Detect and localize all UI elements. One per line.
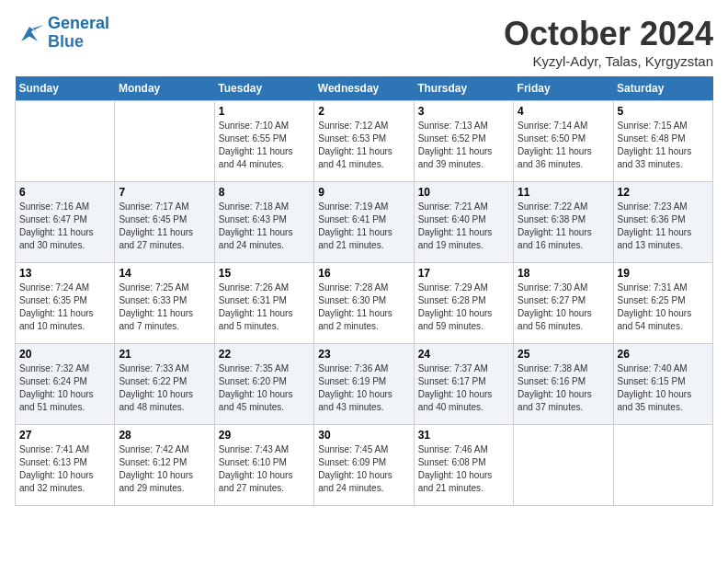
day-number: 22: [219, 348, 310, 361]
day-number: 19: [618, 267, 709, 280]
day-info: Sunrise: 7:10 AM Sunset: 6:55 PM Dayligh…: [219, 120, 310, 171]
day-info: Sunrise: 7:36 AM Sunset: 6:19 PM Dayligh…: [318, 362, 409, 414]
calendar-cell: 8Sunrise: 7:18 AM Sunset: 6:43 PM Daylig…: [214, 182, 313, 263]
logo-text: General Blue: [48, 15, 109, 52]
calendar-table: SundayMondayTuesdayWednesdayThursdayFrid…: [15, 76, 713, 506]
calendar-cell: 31Sunrise: 7:46 AM Sunset: 6:08 PM Dayli…: [414, 425, 513, 506]
day-number: 31: [418, 429, 509, 442]
weekday-header: Tuesday: [214, 76, 313, 101]
calendar-cell: 20Sunrise: 7:32 AM Sunset: 6:24 PM Dayli…: [16, 344, 115, 425]
calendar-cell: 30Sunrise: 7:45 AM Sunset: 6:09 PM Dayli…: [314, 425, 414, 506]
day-info: Sunrise: 7:21 AM Sunset: 6:40 PM Dayligh…: [418, 201, 509, 252]
weekday-header: Wednesday: [314, 76, 414, 101]
calendar-cell: 5Sunrise: 7:15 AM Sunset: 6:48 PM Daylig…: [613, 101, 712, 182]
day-info: Sunrise: 7:35 AM Sunset: 6:20 PM Dayligh…: [219, 362, 310, 414]
calendar-cell: 26Sunrise: 7:40 AM Sunset: 6:15 PM Dayli…: [613, 344, 712, 425]
day-number: 8: [219, 186, 310, 199]
calendar-cell: 25Sunrise: 7:38 AM Sunset: 6:16 PM Dayli…: [514, 344, 613, 425]
calendar-cell: 24Sunrise: 7:37 AM Sunset: 6:17 PM Dayli…: [414, 344, 513, 425]
day-info: Sunrise: 7:43 AM Sunset: 6:10 PM Dayligh…: [219, 443, 310, 495]
day-number: 29: [219, 429, 310, 442]
day-number: 25: [518, 348, 609, 361]
calendar-cell: 16Sunrise: 7:28 AM Sunset: 6:30 PM Dayli…: [314, 263, 414, 344]
day-info: Sunrise: 7:26 AM Sunset: 6:31 PM Dayligh…: [219, 282, 310, 333]
day-number: 26: [618, 348, 709, 361]
day-number: 16: [318, 267, 409, 280]
day-number: 2: [318, 105, 409, 118]
day-info: Sunrise: 7:42 AM Sunset: 6:12 PM Dayligh…: [119, 443, 210, 495]
title-block: October 2024 Kyzyl-Adyr, Talas, Kyrgyzst…: [504, 15, 713, 69]
day-info: Sunrise: 7:33 AM Sunset: 6:22 PM Dayligh…: [119, 362, 210, 414]
calendar-cell: 19Sunrise: 7:31 AM Sunset: 6:25 PM Dayli…: [613, 263, 712, 344]
day-info: Sunrise: 7:31 AM Sunset: 6:25 PM Dayligh…: [618, 282, 709, 333]
calendar-cell: 12Sunrise: 7:23 AM Sunset: 6:36 PM Dayli…: [613, 182, 712, 263]
day-info: Sunrise: 7:37 AM Sunset: 6:17 PM Dayligh…: [418, 362, 509, 414]
day-info: Sunrise: 7:19 AM Sunset: 6:41 PM Dayligh…: [318, 201, 409, 252]
calendar-cell: 14Sunrise: 7:25 AM Sunset: 6:33 PM Dayli…: [115, 263, 214, 344]
weekday-header: Friday: [514, 76, 613, 101]
page-header: General Blue October 2024 Kyzyl-Adyr, Ta…: [15, 15, 713, 69]
day-number: 17: [418, 267, 509, 280]
day-info: Sunrise: 7:25 AM Sunset: 6:33 PM Dayligh…: [119, 282, 210, 333]
day-info: Sunrise: 7:30 AM Sunset: 6:27 PM Dayligh…: [518, 282, 609, 333]
day-info: Sunrise: 7:14 AM Sunset: 6:50 PM Dayligh…: [518, 120, 609, 171]
calendar-cell: 6Sunrise: 7:16 AM Sunset: 6:47 PM Daylig…: [16, 182, 115, 263]
calendar-cell: 27Sunrise: 7:41 AM Sunset: 6:13 PM Dayli…: [16, 425, 115, 506]
calendar-cell: 15Sunrise: 7:26 AM Sunset: 6:31 PM Dayli…: [214, 263, 313, 344]
day-number: 15: [219, 267, 310, 280]
day-info: Sunrise: 7:40 AM Sunset: 6:15 PM Dayligh…: [618, 362, 709, 414]
day-number: 30: [318, 429, 409, 442]
calendar-cell: 1Sunrise: 7:10 AM Sunset: 6:55 PM Daylig…: [214, 101, 313, 182]
day-info: Sunrise: 7:38 AM Sunset: 6:16 PM Dayligh…: [518, 362, 609, 414]
location-subtitle: Kyzyl-Adyr, Talas, Kyrgyzstan: [504, 53, 713, 69]
day-number: 5: [618, 105, 709, 118]
day-number: 13: [19, 267, 110, 280]
calendar-cell: 28Sunrise: 7:42 AM Sunset: 6:12 PM Dayli…: [115, 425, 214, 506]
month-title: October 2024: [504, 15, 713, 53]
calendar-cell: 13Sunrise: 7:24 AM Sunset: 6:35 PM Dayli…: [16, 263, 115, 344]
weekday-header-row: SundayMondayTuesdayWednesdayThursdayFrid…: [16, 76, 713, 101]
day-info: Sunrise: 7:22 AM Sunset: 6:38 PM Dayligh…: [518, 201, 609, 252]
day-number: 11: [518, 186, 609, 199]
logo: General Blue: [15, 15, 109, 52]
calendar-week-row: 20Sunrise: 7:32 AM Sunset: 6:24 PM Dayli…: [16, 344, 713, 425]
calendar-cell: 11Sunrise: 7:22 AM Sunset: 6:38 PM Dayli…: [514, 182, 613, 263]
weekday-header: Thursday: [414, 76, 513, 101]
calendar-cell: 29Sunrise: 7:43 AM Sunset: 6:10 PM Dayli…: [214, 425, 313, 506]
calendar-cell: 2Sunrise: 7:12 AM Sunset: 6:53 PM Daylig…: [314, 101, 414, 182]
day-number: 18: [518, 267, 609, 280]
day-info: Sunrise: 7:18 AM Sunset: 6:43 PM Dayligh…: [219, 201, 310, 252]
day-info: Sunrise: 7:17 AM Sunset: 6:45 PM Dayligh…: [119, 201, 210, 252]
calendar-week-row: 1Sunrise: 7:10 AM Sunset: 6:55 PM Daylig…: [16, 101, 713, 182]
day-number: 9: [318, 186, 409, 199]
calendar-week-row: 27Sunrise: 7:41 AM Sunset: 6:13 PM Dayli…: [16, 425, 713, 506]
day-number: 6: [19, 186, 110, 199]
calendar-cell: 18Sunrise: 7:30 AM Sunset: 6:27 PM Dayli…: [514, 263, 613, 344]
logo-icon: [15, 18, 44, 48]
calendar-cell: 3Sunrise: 7:13 AM Sunset: 6:52 PM Daylig…: [414, 101, 513, 182]
day-info: Sunrise: 7:24 AM Sunset: 6:35 PM Dayligh…: [19, 282, 110, 333]
day-info: Sunrise: 7:13 AM Sunset: 6:52 PM Dayligh…: [418, 120, 509, 171]
weekday-header: Saturday: [613, 76, 712, 101]
calendar-cell: [115, 101, 214, 182]
day-info: Sunrise: 7:16 AM Sunset: 6:47 PM Dayligh…: [19, 201, 110, 252]
day-number: 14: [119, 267, 210, 280]
calendar-cell: 10Sunrise: 7:21 AM Sunset: 6:40 PM Dayli…: [414, 182, 513, 263]
day-number: 23: [318, 348, 409, 361]
calendar-cell: 7Sunrise: 7:17 AM Sunset: 6:45 PM Daylig…: [115, 182, 214, 263]
calendar-cell: 23Sunrise: 7:36 AM Sunset: 6:19 PM Dayli…: [314, 344, 414, 425]
calendar-week-row: 6Sunrise: 7:16 AM Sunset: 6:47 PM Daylig…: [16, 182, 713, 263]
calendar-cell: 22Sunrise: 7:35 AM Sunset: 6:20 PM Dayli…: [214, 344, 313, 425]
day-info: Sunrise: 7:46 AM Sunset: 6:08 PM Dayligh…: [418, 443, 509, 495]
day-info: Sunrise: 7:23 AM Sunset: 6:36 PM Dayligh…: [618, 201, 709, 252]
day-number: 3: [418, 105, 509, 118]
calendar-week-row: 13Sunrise: 7:24 AM Sunset: 6:35 PM Dayli…: [16, 263, 713, 344]
day-number: 1: [219, 105, 310, 118]
day-number: 20: [19, 348, 110, 361]
calendar-cell: [613, 425, 712, 506]
calendar-cell: [16, 101, 115, 182]
calendar-cell: 4Sunrise: 7:14 AM Sunset: 6:50 PM Daylig…: [514, 101, 613, 182]
day-info: Sunrise: 7:45 AM Sunset: 6:09 PM Dayligh…: [318, 443, 409, 495]
day-info: Sunrise: 7:32 AM Sunset: 6:24 PM Dayligh…: [19, 362, 110, 414]
day-info: Sunrise: 7:41 AM Sunset: 6:13 PM Dayligh…: [19, 443, 110, 495]
